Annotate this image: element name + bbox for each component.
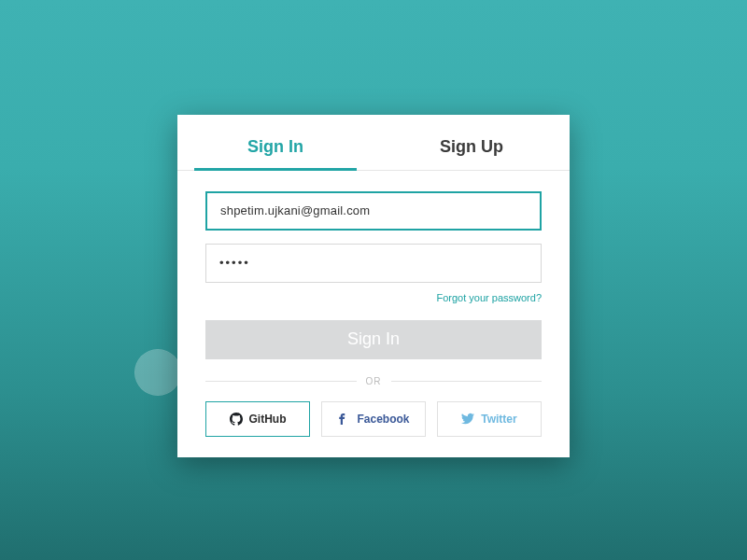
- twitter-label: Twitter: [481, 413, 516, 426]
- facebook-icon: [337, 413, 350, 426]
- social-login-row: GitHub Facebook Twitter: [205, 401, 542, 437]
- or-divider: OR: [205, 376, 542, 386]
- divider-line-right: [391, 381, 543, 382]
- github-label: GitHub: [249, 413, 287, 426]
- tab-sign-up-label: Sign Up: [440, 137, 503, 156]
- auth-card: Sign In Sign Up Forgot your password? Si…: [177, 115, 570, 457]
- password-field[interactable]: [205, 244, 542, 283]
- facebook-login-button[interactable]: Facebook: [321, 401, 426, 437]
- github-icon: [230, 413, 243, 426]
- twitter-icon: [461, 413, 474, 426]
- github-login-button[interactable]: GitHub: [205, 401, 310, 437]
- twitter-login-button[interactable]: Twitter: [437, 401, 542, 437]
- forgot-password-link[interactable]: Forgot your password?: [205, 292, 542, 303]
- auth-tabs: Sign In Sign Up: [177, 115, 570, 171]
- facebook-label: Facebook: [357, 413, 409, 426]
- email-field[interactable]: [205, 191, 542, 231]
- sign-in-button[interactable]: Sign In: [205, 320, 542, 359]
- or-label: OR: [366, 376, 382, 386]
- pointer-ripple: [135, 350, 180, 395]
- tab-sign-up[interactable]: Sign Up: [374, 128, 570, 170]
- tab-sign-in[interactable]: Sign In: [177, 128, 374, 170]
- tab-sign-in-label: Sign In: [247, 137, 303, 156]
- divider-line-left: [205, 381, 357, 382]
- sign-in-form: Forgot your password? Sign In OR GitHub …: [177, 171, 570, 437]
